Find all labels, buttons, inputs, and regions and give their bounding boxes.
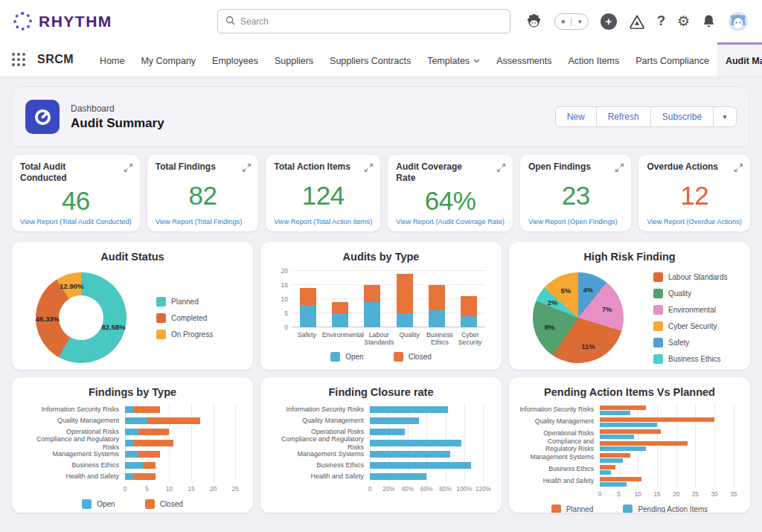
kpi-value: 23 bbox=[528, 173, 624, 218]
bar-management-systems bbox=[370, 451, 450, 458]
tab-templates[interactable]: Templates bbox=[419, 42, 488, 77]
chart-title: Audits by Type bbox=[269, 251, 493, 263]
refresh-button[interactable]: Refresh bbox=[596, 106, 651, 127]
bar-management-systems bbox=[125, 451, 244, 458]
favorites-pill[interactable]: ★ ▾ bbox=[554, 13, 589, 30]
bar-segment bbox=[600, 453, 630, 458]
chart-legend: OpenClosed bbox=[21, 499, 244, 509]
legend-swatch bbox=[653, 354, 663, 364]
tab-suppliers[interactable]: Suppliers bbox=[266, 42, 321, 77]
bar-quality-management bbox=[125, 417, 244, 424]
brand-logo: RHYTHM bbox=[13, 12, 112, 31]
bar-segment bbox=[461, 296, 477, 316]
tab-employees[interactable]: Employees bbox=[204, 42, 266, 77]
bar-segment bbox=[600, 477, 641, 481]
app-launcher-icon[interactable] bbox=[12, 53, 25, 66]
slice-label: 4% bbox=[583, 286, 594, 294]
chart-card-pending-action-items-vs-planned: Pending Action Items Vs Planned Informat… bbox=[509, 377, 750, 513]
favorites-dropdown-icon[interactable]: ▾ bbox=[571, 18, 588, 25]
expand-icon[interactable] bbox=[242, 162, 252, 176]
expand-icon[interactable] bbox=[734, 162, 743, 176]
bar-segment bbox=[600, 441, 688, 446]
actions-dropdown-button[interactable]: ▼ bbox=[713, 106, 737, 127]
add-icon[interactable]: + bbox=[601, 13, 617, 30]
rhythm-logo-icon bbox=[13, 12, 32, 31]
bar-segment bbox=[600, 406, 646, 410]
view-report-link[interactable]: View Report (Open Findings) bbox=[528, 218, 624, 225]
view-report-link[interactable]: View Report (Total Findings) bbox=[156, 218, 251, 225]
slice-label: 11% bbox=[581, 342, 595, 350]
legend-item: On Progress bbox=[156, 330, 213, 339]
kpi-value: 124 bbox=[274, 173, 372, 218]
view-report-link[interactable]: View Report (Audit Coverage Rate) bbox=[396, 218, 505, 225]
bar-segment bbox=[134, 473, 156, 480]
legend-item: Pending Action Items bbox=[623, 504, 708, 513]
assistant-icon[interactable] bbox=[525, 13, 542, 29]
tab-action-items[interactable]: Action Items bbox=[560, 42, 627, 77]
expand-icon[interactable] bbox=[364, 162, 374, 176]
category-label: Health and Safety bbox=[21, 471, 125, 482]
legend-swatch bbox=[82, 499, 92, 509]
tab-assessments[interactable]: Assessments bbox=[488, 42, 560, 77]
app-name: SRCM bbox=[37, 53, 74, 66]
chart-title: Findings by Type bbox=[21, 386, 244, 398]
bar-information-security-risks bbox=[125, 406, 244, 413]
legend-item: Safety bbox=[653, 338, 728, 347]
kpi-card-total-findings: Total Findings 82 View Report (Total Fin… bbox=[147, 155, 259, 231]
main-content: Dashboard Audit Summary NewRefreshSubscr… bbox=[0, 86, 762, 513]
tab-parts-compliance[interactable]: Parts Compliance bbox=[627, 42, 717, 77]
category-label: Management Systems bbox=[518, 452, 600, 464]
expand-icon[interactable] bbox=[615, 162, 624, 176]
view-report-link[interactable]: View Report (Total Audit Conducted) bbox=[20, 218, 132, 225]
legend-swatch bbox=[551, 504, 561, 513]
tab-suppliers-contracts[interactable]: Suppliers Contracts bbox=[321, 42, 419, 77]
bar-segment bbox=[364, 302, 380, 327]
header-utilities: ★ ▾ + ? ⚙ bbox=[525, 11, 749, 32]
bar-segment bbox=[125, 406, 134, 413]
category-label: Labour Standards bbox=[364, 331, 394, 347]
bar-segment bbox=[332, 313, 348, 327]
pie-chart: 4%7%11%8%2%5% bbox=[525, 265, 631, 370]
bar-business-ethics bbox=[370, 462, 471, 469]
global-search[interactable] bbox=[217, 9, 510, 33]
category-label: Health and Safety bbox=[269, 471, 370, 482]
new-button[interactable]: New bbox=[555, 106, 597, 127]
legend-swatch bbox=[145, 499, 155, 509]
bar-compliance-and-regulatory-risks bbox=[125, 440, 244, 446]
tab-my-company[interactable]: My Company bbox=[132, 42, 204, 77]
kpi-value: 46 bbox=[20, 184, 132, 218]
subscribe-button[interactable]: Subscribe bbox=[650, 106, 714, 127]
kpi-card-audit-coverage-rate: Audit Coverage Rate 64% View Report (Aud… bbox=[388, 155, 513, 231]
search-input[interactable] bbox=[240, 16, 502, 27]
category-label: Business Ethics bbox=[269, 460, 370, 471]
kpi-title: Total Action Items bbox=[274, 161, 353, 173]
kpi-title: Open Findings bbox=[528, 161, 607, 173]
settings-icon[interactable]: ⚙ bbox=[677, 14, 690, 28]
bar-operational-risks bbox=[125, 429, 244, 435]
category-label: Environmental bbox=[322, 331, 364, 347]
user-avatar[interactable] bbox=[728, 11, 749, 32]
category-label: Management Systems bbox=[21, 449, 125, 460]
slice-label: 5% bbox=[561, 286, 572, 295]
chevron-down-icon bbox=[473, 59, 480, 63]
favorite-star-icon[interactable]: ★ bbox=[555, 18, 572, 25]
view-report-link[interactable]: View Report (Total Action Items) bbox=[274, 218, 372, 225]
help-icon[interactable]: ? bbox=[657, 13, 665, 29]
tab-audit-management[interactable]: Audit Management bbox=[717, 42, 762, 77]
bar-segment bbox=[600, 446, 646, 451]
bar-segment bbox=[125, 462, 143, 469]
expand-icon[interactable] bbox=[124, 162, 133, 176]
view-report-link[interactable]: View Report (Overdue Actions) bbox=[647, 218, 742, 225]
nav-tabs: HomeMy CompanyEmployeesSuppliersSupplier… bbox=[92, 42, 762, 77]
category-label: Information Security Risks bbox=[21, 404, 125, 415]
expand-icon[interactable] bbox=[496, 162, 506, 176]
legend-item: Environmental bbox=[653, 305, 728, 315]
bar-segment bbox=[461, 316, 477, 327]
tab-home[interactable]: Home bbox=[92, 42, 132, 77]
bar-quality bbox=[397, 274, 413, 327]
guidance-icon[interactable] bbox=[629, 14, 645, 29]
chart-card-findings-by-type: Findings by Type Information Security Ri… bbox=[12, 377, 253, 513]
notifications-icon[interactable] bbox=[702, 13, 716, 29]
category-label: Business Ethics bbox=[518, 464, 600, 475]
legend-item: Cyber Security bbox=[653, 321, 728, 331]
